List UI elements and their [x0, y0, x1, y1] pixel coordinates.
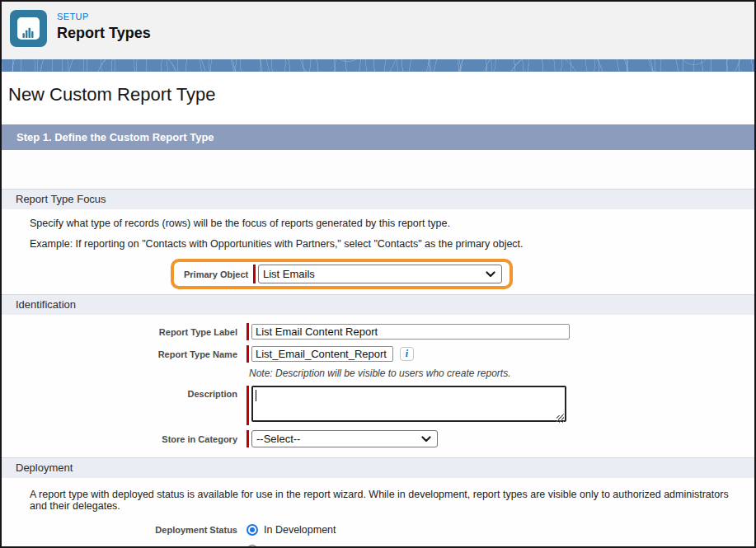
- deployment-status-label: Deployment Status: [2, 524, 247, 535]
- section-identification: Report Type Label Report Type Name i Not…: [2, 315, 754, 457]
- report-type-label-label: Report Type Label: [2, 327, 247, 337]
- description-note: Note: Description will be visible to use…: [249, 368, 754, 379]
- report-type-label-input[interactable]: [251, 324, 570, 340]
- section-deployment: A report type with deployed status is av…: [2, 478, 754, 548]
- resize-handle[interactable]: [556, 415, 564, 423]
- info-icon[interactable]: i: [400, 347, 414, 361]
- primary-object-value: List Emails: [263, 268, 315, 280]
- orange-highlight-annotation: Primary Object List Emails: [171, 259, 513, 289]
- setup-window: SETUP Report Types New Custom Report Typ…: [0, 0, 756, 548]
- radio-button-icon[interactable]: [247, 524, 258, 536]
- radio-button-icon[interactable]: [247, 545, 258, 548]
- radio-option-label: In Development: [264, 524, 336, 536]
- description-textarea[interactable]: [251, 386, 566, 422]
- required-indicator: [247, 430, 249, 447]
- bar-chart-icon: [17, 17, 40, 40]
- primary-object-label: Primary Object: [184, 269, 253, 279]
- chevron-down-icon: [486, 271, 495, 278]
- report-type-name-label: Report Type Name: [2, 349, 247, 359]
- step-header: Step 1. Define the Custom Report Type: [2, 124, 754, 150]
- chevron-down-icon: [421, 436, 431, 443]
- required-indicator: [253, 265, 256, 283]
- focus-help-line2: Example: If reporting on "Contacts with …: [30, 238, 746, 250]
- page-title: New Custom Report Type: [2, 72, 754, 124]
- section-header-report-type-focus: Report Type Focus: [2, 189, 754, 209]
- focus-help-line1: Specify what type of records (rows) will…: [30, 218, 746, 229]
- store-in-category-value: --Select--: [256, 433, 300, 445]
- page-header-title: Report Types: [57, 25, 151, 42]
- setup-breadcrumb: SETUP: [57, 12, 151, 21]
- radio-option-deployed[interactable]: Deployed: [247, 545, 336, 548]
- report-type-name-input[interactable]: [251, 346, 393, 362]
- setup-header: SETUP Report Types: [2, 2, 754, 59]
- required-indicator: [247, 345, 249, 363]
- radio-option-label: Deployed: [264, 545, 308, 548]
- decorative-banner: [2, 59, 754, 72]
- description-label: Description: [2, 386, 247, 399]
- section-report-type-focus: Specify what type of records (rows) will…: [2, 209, 754, 294]
- report-types-icon: [10, 10, 47, 47]
- required-indicator: [247, 323, 249, 340]
- section-header-identification: Identification: [2, 294, 754, 315]
- store-in-category-label: Store in Category: [2, 434, 247, 444]
- text-caret: [256, 390, 256, 401]
- radio-option-in-development[interactable]: In Development: [247, 524, 336, 536]
- spacer: [2, 150, 754, 189]
- required-indicator: [247, 386, 249, 425]
- primary-object-select[interactable]: List Emails: [258, 265, 502, 283]
- deployment-help-line: A report type with deployed status is av…: [30, 489, 746, 512]
- store-in-category-select[interactable]: --Select--: [251, 430, 438, 447]
- section-header-deployment: Deployment: [2, 457, 754, 478]
